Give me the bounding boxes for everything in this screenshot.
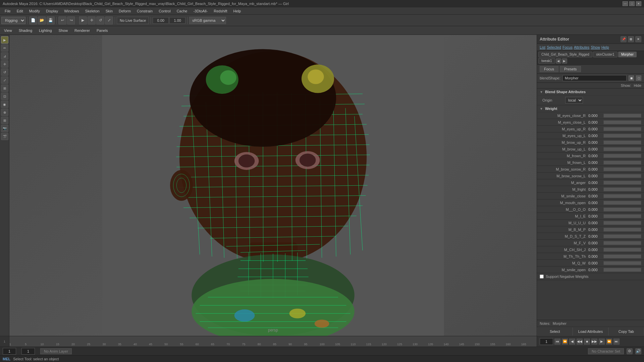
weight-slider-20[interactable] [603, 248, 641, 252]
move-tool[interactable]: ✛ [88, 16, 96, 24]
blend-shape-section-header[interactable]: ▼ Blend Shape Attributes [537, 88, 644, 96]
attr-pin-button[interactable]: 📌 [621, 36, 627, 42]
next-key-button[interactable]: ▶ [599, 339, 605, 345]
attr-expand-button[interactable]: ⊞ [628, 36, 634, 42]
menu-item-skeleton[interactable]: Skeleton [83, 8, 102, 14]
tab-next-button[interactable]: ▶ [562, 58, 567, 64]
select-mode-button[interactable]: ▶ [1, 36, 8, 44]
new-file-button[interactable]: 📄 [29, 16, 37, 24]
view-item-shading[interactable]: Shading [16, 28, 35, 33]
weight-slider-13[interactable] [603, 201, 641, 205]
prev-frame-button[interactable]: ⏪ [562, 339, 568, 345]
menu-item-redshift[interactable]: Redshift [211, 8, 230, 14]
blend-icon-1[interactable]: ◼ [629, 75, 634, 81]
weight-slider-18[interactable] [603, 234, 641, 238]
manipulator-btn[interactable]: ⊕ [1, 109, 8, 116]
value-x-input[interactable] [153, 17, 169, 24]
weight-section-header[interactable]: ▼ Weight [537, 105, 644, 112]
menu-item-control[interactable]: Control [156, 8, 173, 14]
weight-slider-12[interactable] [603, 194, 641, 198]
weight-slider-22[interactable] [603, 261, 641, 265]
weight-slider-16[interactable] [603, 221, 641, 225]
anim-layer-box[interactable]: No Anim Layer [40, 348, 72, 354]
tab-tweak[interactable]: tweak1 [538, 58, 555, 64]
nav-link-attributes[interactable]: Attributes [574, 45, 589, 49]
go-to-start-button[interactable]: ⏮ [554, 339, 560, 345]
soft-select-btn[interactable]: ◉ [1, 101, 8, 108]
tab-child-girl[interactable]: Child_Girl_Beach_Style_Rigged [538, 52, 592, 57]
go-to-end-button[interactable]: ⏭ [613, 339, 620, 345]
view-item-lighting[interactable]: Lighting [36, 28, 55, 33]
camera-btn[interactable]: 📷 [1, 125, 8, 132]
support-neg-checkbox[interactable] [540, 275, 544, 279]
open-file-button[interactable]: 📂 [38, 16, 46, 24]
weight-slider-17[interactable] [603, 228, 641, 232]
grid-btn[interactable]: ⊞ [1, 117, 8, 124]
menu-item-cache[interactable]: Cache [174, 8, 190, 14]
menu-item-deform[interactable]: Deform [116, 8, 133, 14]
menu-item-edit[interactable]: Edit [14, 8, 26, 14]
menu-item-modify[interactable]: Modify [26, 8, 43, 14]
weight-slider-19[interactable] [603, 241, 641, 245]
start-frame-input[interactable] [3, 348, 16, 355]
weight-slider-1[interactable] [603, 120, 641, 124]
move-tool-left[interactable]: ✛ [1, 60, 8, 68]
snap-tool[interactable]: ⊡ [1, 93, 8, 100]
viewport[interactable]: persp [9, 35, 537, 336]
attr-close-button[interactable]: ✕ [635, 36, 641, 42]
copy-tab-button[interactable]: Copy Tab [608, 327, 644, 336]
view-item-renderer[interactable]: Renderer [72, 28, 93, 33]
maximize-button[interactable]: □ [629, 1, 635, 6]
status-icon-1[interactable]: ⚙ [627, 348, 633, 354]
weight-slider-2[interactable] [603, 127, 641, 131]
origin-dropdown[interactable]: local [565, 97, 583, 104]
undo-button[interactable]: ↩ [58, 16, 66, 24]
weight-slider-7[interactable] [603, 161, 641, 165]
menu-item-help[interactable]: Help [231, 8, 244, 14]
menu-item-windows[interactable]: Windows [61, 8, 82, 14]
weight-slider-3[interactable] [603, 134, 641, 138]
weight-slider-11[interactable] [603, 187, 641, 191]
prev-key-button[interactable]: ◀ [569, 339, 575, 345]
tab-morpher[interactable]: Morpher [618, 52, 637, 57]
rotate-tool[interactable]: ↺ [96, 16, 104, 24]
select-tool[interactable]: ▶ [79, 16, 87, 24]
menu-item-display[interactable]: Display [43, 8, 61, 14]
rotate-tool-left[interactable]: ↺ [1, 68, 8, 76]
weight-slider-0[interactable] [603, 114, 641, 118]
weight-slider-4[interactable] [603, 140, 641, 144]
menu-item-skin[interactable]: Skin [103, 8, 115, 14]
view-item-panels[interactable]: Panels [94, 28, 111, 33]
weight-slider-23[interactable] [603, 268, 641, 272]
tab-prev-button[interactable]: ◀ [556, 58, 561, 64]
weight-slider-9[interactable] [603, 174, 641, 178]
load-attributes-button[interactable]: Load Attributes [573, 327, 608, 336]
view-item-show[interactable]: Show [56, 28, 71, 33]
timeline-track[interactable]: 1510152025303540455055606570758085909510… [9, 336, 537, 347]
weight-slider-15[interactable] [603, 214, 641, 218]
menu-item-constrain[interactable]: Constrain [134, 8, 155, 14]
scale-tool-left[interactable]: ⤢ [1, 76, 8, 84]
nav-link-list[interactable]: List [540, 45, 545, 49]
nav-link-focus[interactable]: Focus [562, 45, 573, 49]
next-frame-button[interactable]: ⏩ [606, 339, 612, 345]
gamma-dropdown[interactable]: sRGB gamma [189, 17, 226, 24]
minimize-button[interactable]: — [623, 1, 628, 6]
weight-slider-21[interactable] [603, 254, 641, 258]
view-item-view[interactable]: View [1, 28, 15, 33]
nav-link-show[interactable]: Show [591, 45, 600, 49]
menu-item--3dtoall-[interactable]: -3DtoAll- [191, 8, 210, 14]
redo-button[interactable]: ↪ [67, 16, 75, 24]
focus-button[interactable]: Focus [540, 66, 558, 72]
weight-slider-5[interactable] [603, 147, 641, 151]
close-button[interactable]: ✕ [636, 1, 641, 6]
play-forward-button[interactable]: ▶▶ [591, 339, 597, 345]
hide-link[interactable]: Hide [634, 83, 641, 87]
end-frame-input[interactable] [21, 348, 35, 355]
play-backward-button[interactable]: ◀◀ [577, 339, 583, 345]
mode-dropdown[interactable]: Rigging [1, 17, 25, 24]
weight-slider-6[interactable] [603, 154, 641, 158]
scale-tool[interactable]: ⤢ [105, 16, 113, 24]
value-y-input[interactable] [169, 17, 185, 24]
status-icon-2[interactable]: 🔊 [635, 348, 641, 354]
